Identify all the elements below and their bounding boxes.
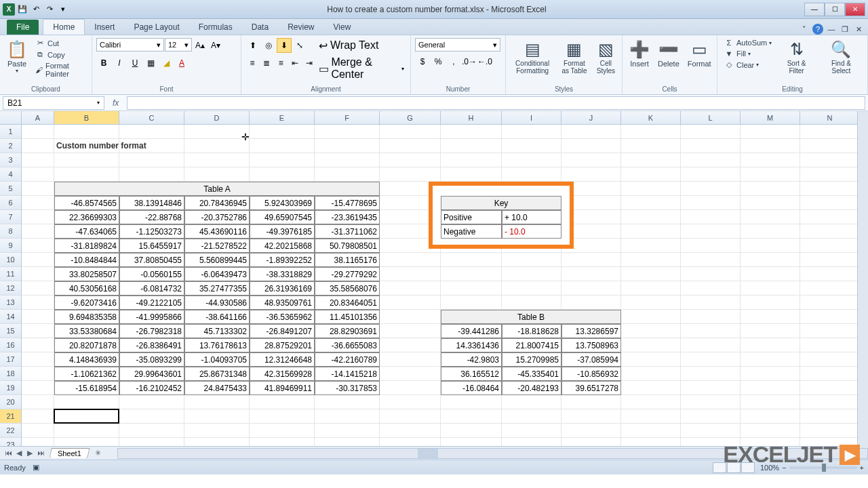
cell[interactable] xyxy=(184,153,250,167)
align-middle-icon[interactable]: ◎ xyxy=(261,38,276,53)
cell[interactable] xyxy=(800,253,860,267)
cell[interactable] xyxy=(54,153,119,167)
cell[interactable] xyxy=(441,139,502,153)
cell[interactable] xyxy=(250,395,315,409)
percent-icon[interactable]: % xyxy=(431,54,446,69)
cell[interactable] xyxy=(621,381,681,395)
cell[interactable] xyxy=(800,153,860,167)
row-header[interactable]: 19 xyxy=(0,381,22,395)
cell[interactable] xyxy=(315,409,380,424)
tab-page-layout[interactable]: Page Layout xyxy=(124,20,189,35)
tab-insert[interactable]: Insert xyxy=(85,20,124,35)
cell[interactable]: -21.5278522 xyxy=(184,239,250,253)
cell[interactable]: -1.04093705 xyxy=(184,352,250,367)
cell[interactable] xyxy=(502,267,561,281)
column-header[interactable]: J xyxy=(561,111,621,124)
cell[interactable] xyxy=(741,267,800,281)
cell[interactable]: 5.924303969 xyxy=(250,196,315,210)
cell[interactable] xyxy=(800,338,860,352)
cell[interactable] xyxy=(54,167,119,182)
cell[interactable] xyxy=(22,409,54,424)
cell[interactable] xyxy=(502,125,561,139)
cell[interactable] xyxy=(741,310,800,324)
cell[interactable]: -1.12503273 xyxy=(119,224,184,239)
cell[interactable]: 45.43690116 xyxy=(184,224,250,239)
sheet-nav-last-icon[interactable]: ⏭ xyxy=(35,449,46,458)
row-header[interactable]: 23 xyxy=(0,438,22,446)
cell[interactable] xyxy=(741,395,800,409)
cell[interactable] xyxy=(741,352,800,367)
cell[interactable] xyxy=(54,424,119,438)
spreadsheet-grid[interactable]: ABCDEFGHIJKLMN 1234567891011121314151617… xyxy=(0,111,868,446)
format-cells-button[interactable]: ▭Format xyxy=(685,38,714,69)
cell[interactable] xyxy=(621,239,681,253)
align-bottom-icon[interactable]: ⬇ xyxy=(277,38,292,53)
cell[interactable]: 49.65907545 xyxy=(250,210,315,224)
cell[interactable] xyxy=(621,196,681,210)
cell[interactable]: -29.2779292 xyxy=(315,267,380,281)
format-as-table-button[interactable]: ▦Format as Table xyxy=(557,38,591,76)
cell[interactable]: -16.2102452 xyxy=(119,381,184,395)
new-sheet-icon[interactable]: ✳ xyxy=(93,449,104,458)
cell[interactable] xyxy=(441,281,502,296)
cell[interactable] xyxy=(800,352,860,367)
orientation-icon[interactable]: ⤡ xyxy=(292,38,307,53)
cell[interactable]: 25.86731348 xyxy=(184,367,250,381)
cell[interactable]: -49.3976185 xyxy=(250,224,315,239)
cell[interactable] xyxy=(502,424,561,438)
cell[interactable] xyxy=(741,253,800,267)
cell[interactable] xyxy=(441,395,502,409)
cell[interactable] xyxy=(380,438,441,446)
cell[interactable] xyxy=(119,395,184,409)
row-header[interactable]: 6 xyxy=(0,196,22,210)
cell[interactable] xyxy=(54,125,119,139)
row-header[interactable]: 4 xyxy=(0,167,22,182)
clear-button[interactable]: ◇Clear▾ xyxy=(722,60,774,70)
cell[interactable] xyxy=(561,267,621,281)
cell[interactable] xyxy=(681,281,741,296)
cell[interactable]: 20.82071878 xyxy=(54,338,119,352)
column-header[interactable]: A xyxy=(22,111,54,124)
cell[interactable] xyxy=(54,409,119,424)
cell[interactable] xyxy=(800,381,860,395)
cell[interactable]: 24.8475433 xyxy=(184,381,250,395)
cell[interactable]: 48.93509761 xyxy=(250,296,315,310)
cell[interactable] xyxy=(621,367,681,381)
cell[interactable]: - 10.0 xyxy=(502,224,561,239)
cell[interactable] xyxy=(380,296,441,310)
cell[interactable] xyxy=(681,153,741,167)
cell[interactable] xyxy=(621,352,681,367)
cell[interactable] xyxy=(741,409,800,424)
cell[interactable]: -23.3619435 xyxy=(315,210,380,224)
cell[interactable] xyxy=(22,139,54,153)
cell[interactable]: -38.3318829 xyxy=(250,267,315,281)
cell[interactable] xyxy=(380,153,441,167)
cell[interactable] xyxy=(800,239,860,253)
tab-data[interactable]: Data xyxy=(242,20,278,35)
increase-font-icon[interactable]: A▴ xyxy=(193,38,208,53)
border-button[interactable]: ▦ xyxy=(143,56,158,70)
conditional-formatting-button[interactable]: ▤Conditional Formatting xyxy=(510,38,555,76)
row-header[interactable]: 7 xyxy=(0,210,22,224)
cell[interactable]: 45.7133302 xyxy=(184,324,250,338)
cell[interactable]: 39.6517278 xyxy=(561,381,621,395)
cell[interactable]: -15.618954 xyxy=(54,381,119,395)
cell[interactable] xyxy=(250,153,315,167)
cell[interactable]: 22.36699303 xyxy=(54,210,119,224)
cell[interactable] xyxy=(681,139,741,153)
cell[interactable] xyxy=(380,253,441,267)
cell[interactable] xyxy=(441,438,502,446)
tab-review[interactable]: Review xyxy=(278,20,323,35)
cell[interactable]: 13.3286597 xyxy=(561,324,621,338)
cut-button[interactable]: ✂Cut xyxy=(33,38,87,48)
cell[interactable]: -20.482193 xyxy=(502,381,561,395)
cell[interactable] xyxy=(741,224,800,239)
cell[interactable] xyxy=(621,153,681,167)
cell[interactable] xyxy=(800,296,860,310)
cell[interactable]: 41.89469911 xyxy=(250,381,315,395)
cell[interactable] xyxy=(22,210,54,224)
cell[interactable] xyxy=(621,253,681,267)
cell[interactable] xyxy=(741,167,800,182)
cell[interactable]: -10.856932 xyxy=(561,367,621,381)
align-right-icon[interactable]: ≡ xyxy=(274,56,288,70)
